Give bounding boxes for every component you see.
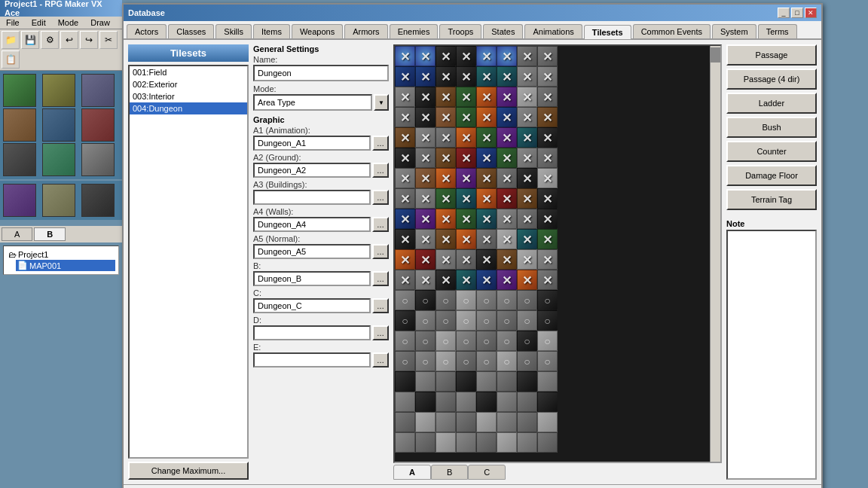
tile-cell-4-4[interactable]: ✕ <box>476 127 497 148</box>
tile-cell-17-6[interactable] <box>517 392 537 412</box>
thumb-8[interactable] <box>42 143 75 176</box>
tile-cell-7-2[interactable]: ✕ <box>436 188 456 209</box>
tile-cell-18-1[interactable] <box>415 412 436 432</box>
tile-cell-9-5[interactable]: ✕ <box>497 229 517 249</box>
tilesets-listbox[interactable]: 001:Field 002:Exterior 003:Interior 004:… <box>128 65 249 459</box>
tile-cell-0-4[interactable]: ✕ <box>476 46 497 66</box>
tile-grid-scroll[interactable]: ✕✕✕✕✕✕✕✕✕✕✕✕✕✕✕✕✕✕✕✕✕✕✕✕✕✕✕✕✕✕✕✕✕✕✕✕✕✕✕✕… <box>395 46 710 462</box>
tile-cell-14-7[interactable]: ○ <box>537 331 558 351</box>
tile-cell-1-3[interactable]: ✕ <box>456 66 476 87</box>
tile-cell-3-4[interactable]: ✕ <box>476 107 497 127</box>
tile-cell-17-1[interactable] <box>415 392 436 412</box>
tile-cell-6-2[interactable]: ✕ <box>436 168 456 188</box>
tile-cell-11-6[interactable]: ✕ <box>517 270 537 290</box>
tile-cell-6-7[interactable]: ✕ <box>537 168 558 188</box>
tile-cell-12-0[interactable]: ○ <box>395 290 415 310</box>
tile-cell-9-7[interactable]: ✕ <box>537 229 558 249</box>
tile-cell-12-1[interactable]: ○ <box>415 290 436 310</box>
tile-cell-15-3[interactable]: ○ <box>456 351 476 371</box>
tile-cell-9-3[interactable]: ✕ <box>456 229 476 249</box>
menu-draw[interactable]: Draw <box>84 17 116 29</box>
tile-cell-7-5[interactable]: ✕ <box>497 188 517 209</box>
tile-cell-1-5[interactable]: ✕ <box>497 66 517 87</box>
a5-btn[interactable]: … <box>372 244 389 259</box>
tile-cell-10-5[interactable]: ✕ <box>497 249 517 270</box>
tile-cell-15-0[interactable]: ○ <box>395 351 415 371</box>
tile-cell-17-7[interactable] <box>537 392 558 412</box>
tile-cell-19-4[interactable] <box>476 432 497 453</box>
tile-cell-9-2[interactable]: ✕ <box>436 229 456 249</box>
tile-cell-2-7[interactable]: ✕ <box>537 87 558 107</box>
tile-cell-14-0[interactable]: ○ <box>395 331 415 351</box>
tile-cell-9-1[interactable]: ✕ <box>415 229 436 249</box>
tab-system[interactable]: System <box>712 24 756 38</box>
passage-4dir-button[interactable]: Passage (4 dir) <box>726 69 817 90</box>
tile-cell-1-2[interactable]: ✕ <box>436 66 456 87</box>
tile-cell-18-3[interactable] <box>456 412 476 432</box>
thumb-4[interactable] <box>3 108 36 142</box>
tile-cell-7-4[interactable]: ✕ <box>476 188 497 209</box>
a4-btn[interactable]: … <box>372 217 389 232</box>
tile-cell-16-5[interactable] <box>497 371 517 392</box>
tile-cell-2-4[interactable]: ✕ <box>476 87 497 107</box>
tile-cell-1-4[interactable]: ✕ <box>476 66 497 87</box>
tile-cell-18-0[interactable] <box>395 412 415 432</box>
list-item-004[interactable]: 004:Dungeon <box>130 102 247 114</box>
tile-cell-16-1[interactable] <box>415 371 436 392</box>
tile-cell-14-1[interactable]: ○ <box>415 331 436 351</box>
close-button[interactable]: ✕ <box>805 8 817 18</box>
tab-weapons[interactable]: Weapons <box>292 24 343 38</box>
thumb-5[interactable] <box>42 108 75 142</box>
tile-cell-16-3[interactable] <box>456 371 476 392</box>
tile-cell-12-5[interactable]: ○ <box>497 290 517 310</box>
tab-enemies[interactable]: Enemies <box>390 24 439 38</box>
tile-cell-6-3[interactable]: ✕ <box>456 168 476 188</box>
tile-cell-19-0[interactable] <box>395 432 415 453</box>
tile-cell-12-6[interactable]: ○ <box>517 290 537 310</box>
tile-cell-2-2[interactable]: ✕ <box>436 87 456 107</box>
thumb-1[interactable] <box>3 74 36 107</box>
tile-cell-8-4[interactable]: ✕ <box>476 209 497 229</box>
c-btn[interactable]: … <box>372 298 389 313</box>
tileset-grid[interactable]: ✕✕✕✕✕✕✕✕✕✕✕✕✕✕✕✕✕✕✕✕✕✕✕✕✕✕✕✕✕✕✕✕✕✕✕✕✕✕✕✕… <box>395 46 710 453</box>
tile-cell-4-0[interactable]: ✕ <box>395 127 415 148</box>
tile-cell-18-2[interactable] <box>436 412 456 432</box>
tile-cell-0-5[interactable]: ✕ <box>497 46 517 66</box>
list-item-003[interactable]: 003:Interior <box>130 90 247 102</box>
tile-cell-7-6[interactable]: ✕ <box>517 188 537 209</box>
tile-cell-6-1[interactable]: ✕ <box>415 168 436 188</box>
tile-cell-19-1[interactable] <box>415 432 436 453</box>
c-input[interactable]: Dungeon_C <box>253 298 371 313</box>
menu-mode[interactable]: Mode <box>52 17 85 29</box>
minimize-button[interactable]: _ <box>778 8 790 18</box>
tile-cell-17-5[interactable] <box>497 392 517 412</box>
tab-troops[interactable]: Troops <box>439 24 481 38</box>
toolbar-btn-6[interactable]: ✂ <box>99 31 118 49</box>
tile-cell-12-7[interactable]: ○ <box>537 290 558 310</box>
ladder-button[interactable]: Ladder <box>726 93 817 114</box>
a3-input[interactable] <box>253 190 371 205</box>
tile-cell-8-0[interactable]: ✕ <box>395 209 415 229</box>
tab-tilesets[interactable]: Tilesets <box>584 25 631 39</box>
tile-cell-19-7[interactable] <box>537 432 558 453</box>
app-tab-a[interactable]: A <box>2 227 32 241</box>
a2-input[interactable]: Dungeon_A2 <box>253 163 371 178</box>
mode-select[interactable] <box>253 94 372 111</box>
tile-cell-9-0[interactable]: ✕ <box>395 229 415 249</box>
tile-cell-0-0[interactable]: ✕ <box>395 46 415 66</box>
tile-tab-c[interactable]: C <box>468 465 506 480</box>
tab-skills[interactable]: Skills <box>215 24 252 38</box>
b-input[interactable]: Dungeon_B <box>253 271 371 286</box>
tile-cell-19-5[interactable] <box>497 432 517 453</box>
tile-cell-1-1[interactable]: ✕ <box>415 66 436 87</box>
change-maximum-button[interactable]: Change Maximum... <box>128 462 249 480</box>
a1-input[interactable]: Dungeon_A1 <box>253 136 371 151</box>
tile-cell-17-2[interactable] <box>436 392 456 412</box>
tile-cell-5-6[interactable]: ✕ <box>517 148 537 168</box>
tile-cell-5-1[interactable]: ✕ <box>415 148 436 168</box>
tile-cell-7-0[interactable]: ✕ <box>395 188 415 209</box>
d-input[interactable] <box>253 325 371 340</box>
tile-cell-11-4[interactable]: ✕ <box>476 270 497 290</box>
tile-cell-14-5[interactable]: ○ <box>497 331 517 351</box>
tile-cell-7-7[interactable]: ✕ <box>537 188 558 209</box>
